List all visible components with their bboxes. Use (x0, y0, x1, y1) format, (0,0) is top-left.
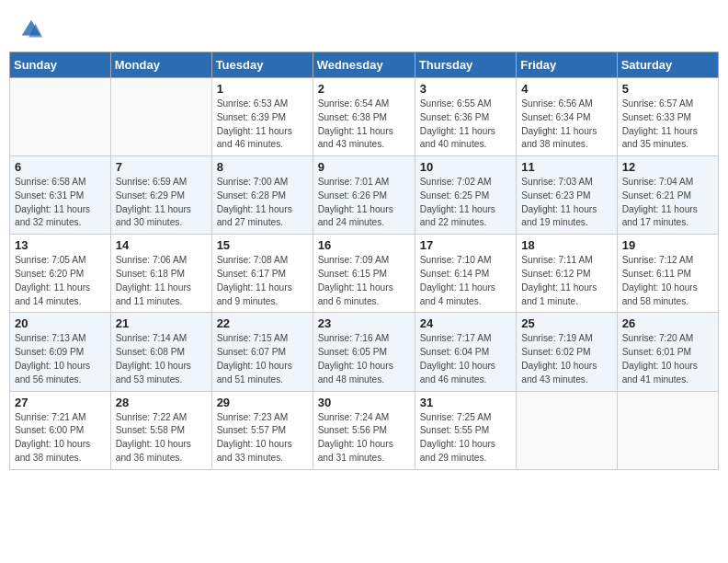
day-detail: Sunrise: 7:01 AM Sunset: 6:26 PM Dayligh… (318, 176, 410, 230)
calendar-cell: 21Sunrise: 7:14 AM Sunset: 6:08 PM Dayli… (110, 313, 211, 391)
day-number: 26 (622, 316, 713, 330)
calendar-cell: 15Sunrise: 7:08 AM Sunset: 6:17 PM Dayli… (211, 235, 313, 313)
day-detail: Sunrise: 7:13 AM Sunset: 6:09 PM Dayligh… (15, 332, 106, 386)
day-detail: Sunrise: 6:58 AM Sunset: 6:31 PM Dayligh… (15, 176, 106, 230)
calendar-table: SundayMondayTuesdayWednesdayThursdayFrid… (9, 52, 719, 470)
day-detail: Sunrise: 7:03 AM Sunset: 6:23 PM Dayligh… (521, 176, 611, 230)
calendar-header-sunday: Sunday (10, 52, 111, 78)
day-number: 22 (217, 316, 308, 330)
calendar-week-row: 20Sunrise: 7:13 AM Sunset: 6:09 PM Dayli… (10, 313, 719, 391)
day-number: 25 (521, 316, 611, 330)
day-number: 18 (521, 238, 611, 252)
day-number: 16 (318, 238, 410, 252)
calendar-cell: 27Sunrise: 7:21 AM Sunset: 6:00 PM Dayli… (10, 391, 111, 469)
calendar-cell: 19Sunrise: 7:12 AM Sunset: 6:11 PM Dayli… (617, 235, 718, 313)
day-detail: Sunrise: 7:12 AM Sunset: 6:11 PM Dayligh… (622, 254, 713, 308)
day-detail: Sunrise: 7:02 AM Sunset: 6:25 PM Dayligh… (420, 176, 511, 230)
calendar-cell: 18Sunrise: 7:11 AM Sunset: 6:12 PM Dayli… (517, 235, 617, 313)
calendar-cell (10, 78, 111, 156)
calendar-cell: 17Sunrise: 7:10 AM Sunset: 6:14 PM Dayli… (415, 235, 516, 313)
day-number: 27 (15, 396, 106, 409)
day-number: 4 (521, 82, 611, 96)
day-detail: Sunrise: 7:22 AM Sunset: 5:58 PM Dayligh… (116, 411, 207, 465)
calendar-cell: 12Sunrise: 7:04 AM Sunset: 6:21 PM Dayli… (617, 156, 718, 235)
calendar-cell: 24Sunrise: 7:17 AM Sunset: 6:04 PM Dayli… (415, 313, 516, 391)
calendar-cell (617, 391, 718, 469)
day-number: 21 (116, 316, 207, 330)
calendar-week-row: 27Sunrise: 7:21 AM Sunset: 6:00 PM Dayli… (10, 391, 719, 469)
day-detail: Sunrise: 6:59 AM Sunset: 6:29 PM Dayligh… (116, 176, 207, 230)
day-detail: Sunrise: 7:20 AM Sunset: 6:01 PM Dayligh… (622, 332, 713, 386)
calendar-cell: 6Sunrise: 6:58 AM Sunset: 6:31 PM Daylig… (10, 156, 111, 235)
day-number: 8 (217, 160, 308, 174)
calendar-cell: 10Sunrise: 7:02 AM Sunset: 6:25 PM Dayli… (415, 156, 516, 235)
day-detail: Sunrise: 6:54 AM Sunset: 6:38 PM Dayligh… (318, 98, 410, 152)
calendar-cell: 8Sunrise: 7:00 AM Sunset: 6:28 PM Daylig… (211, 156, 313, 235)
day-detail: Sunrise: 7:04 AM Sunset: 6:21 PM Dayligh… (622, 176, 713, 230)
day-detail: Sunrise: 7:23 AM Sunset: 5:57 PM Dayligh… (217, 411, 308, 465)
day-number: 30 (318, 396, 410, 409)
calendar-cell: 7Sunrise: 6:59 AM Sunset: 6:29 PM Daylig… (110, 156, 211, 235)
day-number: 3 (420, 82, 511, 96)
calendar-cell: 23Sunrise: 7:16 AM Sunset: 6:05 PM Dayli… (313, 313, 415, 391)
day-detail: Sunrise: 6:53 AM Sunset: 6:39 PM Dayligh… (217, 98, 308, 152)
day-detail: Sunrise: 6:56 AM Sunset: 6:34 PM Dayligh… (521, 98, 611, 152)
day-number: 14 (116, 238, 207, 252)
day-number: 12 (622, 160, 713, 174)
day-detail: Sunrise: 6:57 AM Sunset: 6:33 PM Dayligh… (622, 98, 713, 152)
day-detail: Sunrise: 7:09 AM Sunset: 6:15 PM Dayligh… (318, 254, 410, 308)
day-detail: Sunrise: 7:11 AM Sunset: 6:12 PM Dayligh… (521, 254, 611, 308)
calendar-cell: 3Sunrise: 6:55 AM Sunset: 6:36 PM Daylig… (415, 78, 516, 156)
day-detail: Sunrise: 7:05 AM Sunset: 6:20 PM Dayligh… (15, 254, 106, 308)
day-number: 28 (116, 396, 207, 409)
calendar-cell: 5Sunrise: 6:57 AM Sunset: 6:33 PM Daylig… (617, 78, 718, 156)
day-number: 17 (420, 238, 511, 252)
calendar-header-row: SundayMondayTuesdayWednesdayThursdayFrid… (10, 52, 719, 78)
day-number: 23 (318, 316, 410, 330)
calendar-cell: 28Sunrise: 7:22 AM Sunset: 5:58 PM Dayli… (110, 391, 211, 469)
calendar-cell: 30Sunrise: 7:24 AM Sunset: 5:56 PM Dayli… (313, 391, 415, 469)
day-detail: Sunrise: 7:00 AM Sunset: 6:28 PM Dayligh… (217, 176, 308, 230)
calendar-header-friday: Friday (517, 52, 617, 78)
calendar-cell: 22Sunrise: 7:15 AM Sunset: 6:07 PM Dayli… (211, 313, 313, 391)
calendar-cell: 2Sunrise: 6:54 AM Sunset: 6:38 PM Daylig… (313, 78, 415, 156)
day-number: 7 (116, 160, 207, 174)
day-number: 19 (622, 238, 713, 252)
page-header (9, 9, 719, 48)
day-number: 1 (217, 82, 308, 96)
calendar-cell (110, 78, 211, 156)
calendar-cell: 16Sunrise: 7:09 AM Sunset: 6:15 PM Dayli… (313, 235, 415, 313)
day-number: 15 (217, 238, 308, 252)
day-detail: Sunrise: 6:55 AM Sunset: 6:36 PM Dayligh… (420, 98, 511, 152)
logo-icon (18, 17, 44, 42)
day-detail: Sunrise: 7:10 AM Sunset: 6:14 PM Dayligh… (420, 254, 511, 308)
calendar-cell: 9Sunrise: 7:01 AM Sunset: 6:26 PM Daylig… (313, 156, 415, 235)
day-detail: Sunrise: 7:14 AM Sunset: 6:08 PM Dayligh… (116, 332, 207, 386)
calendar-cell: 4Sunrise: 6:56 AM Sunset: 6:34 PM Daylig… (517, 78, 617, 156)
day-number: 2 (318, 82, 410, 96)
calendar-header-saturday: Saturday (617, 52, 718, 78)
calendar-header-monday: Monday (110, 52, 211, 78)
day-detail: Sunrise: 7:08 AM Sunset: 6:17 PM Dayligh… (217, 254, 308, 308)
calendar-cell: 26Sunrise: 7:20 AM Sunset: 6:01 PM Dayli… (617, 313, 718, 391)
day-detail: Sunrise: 7:06 AM Sunset: 6:18 PM Dayligh… (116, 254, 207, 308)
day-number: 24 (420, 316, 511, 330)
calendar-cell: 1Sunrise: 6:53 AM Sunset: 6:39 PM Daylig… (211, 78, 313, 156)
calendar-week-row: 6Sunrise: 6:58 AM Sunset: 6:31 PM Daylig… (10, 156, 719, 235)
day-number: 31 (420, 396, 511, 409)
day-detail: Sunrise: 7:15 AM Sunset: 6:07 PM Dayligh… (217, 332, 308, 386)
calendar-week-row: 13Sunrise: 7:05 AM Sunset: 6:20 PM Dayli… (10, 235, 719, 313)
day-number: 5 (622, 82, 713, 96)
day-detail: Sunrise: 7:17 AM Sunset: 6:04 PM Dayligh… (420, 332, 511, 386)
day-number: 20 (15, 316, 106, 330)
day-detail: Sunrise: 7:21 AM Sunset: 6:00 PM Dayligh… (15, 411, 106, 465)
day-number: 11 (521, 160, 611, 174)
calendar-cell: 11Sunrise: 7:03 AM Sunset: 6:23 PM Dayli… (517, 156, 617, 235)
calendar-header-tuesday: Tuesday (211, 52, 313, 78)
calendar-header-wednesday: Wednesday (313, 52, 415, 78)
calendar-cell: 25Sunrise: 7:19 AM Sunset: 6:02 PM Dayli… (517, 313, 617, 391)
day-number: 13 (15, 238, 106, 252)
day-detail: Sunrise: 7:19 AM Sunset: 6:02 PM Dayligh… (521, 332, 611, 386)
calendar-cell: 14Sunrise: 7:06 AM Sunset: 6:18 PM Dayli… (110, 235, 211, 313)
day-number: 29 (217, 396, 308, 409)
